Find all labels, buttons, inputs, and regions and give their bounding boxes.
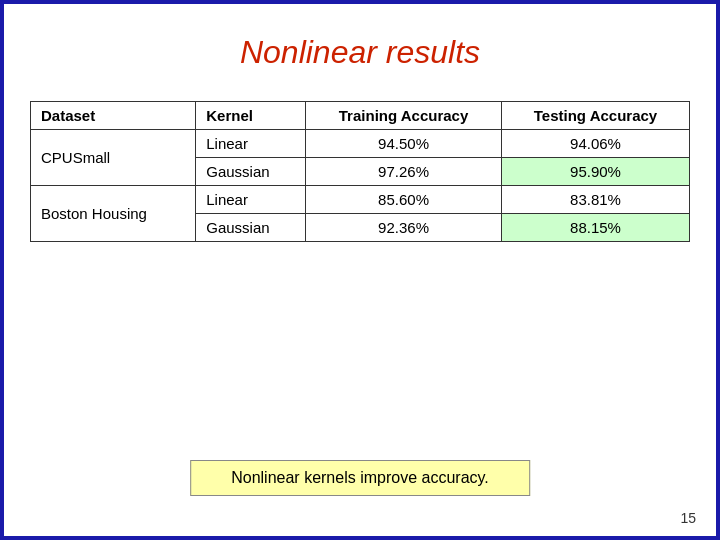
cell-test: 83.81%: [502, 186, 690, 214]
slide: Nonlinear results Dataset Kernel Trainin…: [0, 0, 720, 540]
cell-train: 97.26%: [306, 158, 502, 186]
cell-dataset: CPUSmall: [31, 130, 196, 186]
cell-kernel: Linear: [196, 186, 306, 214]
results-table: Dataset Kernel Training Accuracy Testing…: [30, 101, 690, 242]
header-train: Training Accuracy: [306, 102, 502, 130]
header-kernel: Kernel: [196, 102, 306, 130]
table-row: CPUSmallLinear94.50%94.06%: [31, 130, 690, 158]
cell-test: 95.90%: [502, 158, 690, 186]
cell-test: 94.06%: [502, 130, 690, 158]
cell-kernel: Gaussian: [196, 214, 306, 242]
cell-kernel: Linear: [196, 130, 306, 158]
header-dataset: Dataset: [31, 102, 196, 130]
header-test: Testing Accuracy: [502, 102, 690, 130]
cell-train: 85.60%: [306, 186, 502, 214]
bottom-note: Nonlinear kernels improve accuracy.: [190, 460, 530, 496]
cell-train: 94.50%: [306, 130, 502, 158]
cell-kernel: Gaussian: [196, 158, 306, 186]
page-number: 15: [680, 510, 696, 526]
cell-dataset: Boston Housing: [31, 186, 196, 242]
table-header-row: Dataset Kernel Training Accuracy Testing…: [31, 102, 690, 130]
slide-title: Nonlinear results: [240, 34, 480, 71]
table-row: Boston HousingLinear85.60%83.81%: [31, 186, 690, 214]
results-table-wrapper: Dataset Kernel Training Accuracy Testing…: [30, 101, 690, 242]
cell-test: 88.15%: [502, 214, 690, 242]
cell-train: 92.36%: [306, 214, 502, 242]
table-body: CPUSmallLinear94.50%94.06%Gaussian97.26%…: [31, 130, 690, 242]
